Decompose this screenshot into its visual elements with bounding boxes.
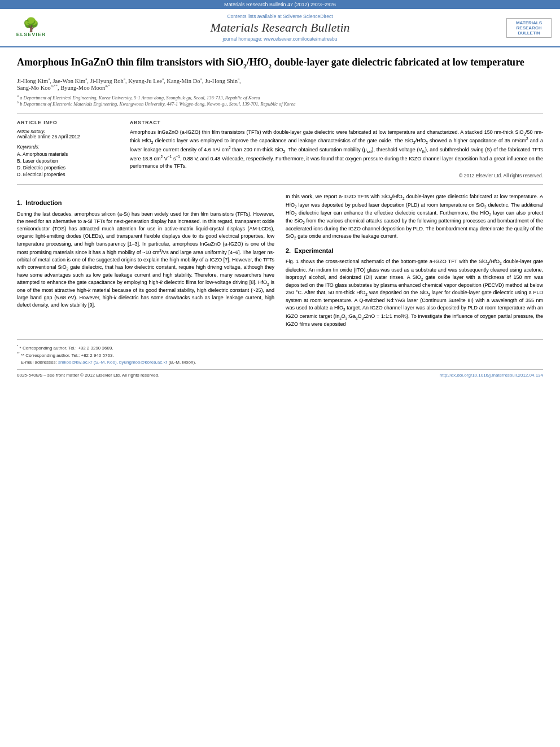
affiliations: a a Department of Electrical Engineering… — [17, 94, 543, 107]
experimental-para1: Fig. 1 shows the cross-sectional schemat… — [286, 258, 543, 327]
keyword-1: A. Amorphous materials — [17, 151, 119, 157]
body-content: 1. Introduction During the last decades,… — [17, 193, 543, 327]
body-col-left: 1. Introduction During the last decades,… — [17, 193, 274, 327]
intro-para1: During the last decades, amorphous silic… — [17, 211, 274, 309]
journal-homepage: journal homepage: www.elsevier.com/locat… — [62, 36, 498, 42]
keyword-4: D. Electrical properties — [17, 172, 119, 177]
journal-header: 🌳 ELSEVIER Contents lists available at S… — [0, 9, 560, 47]
footer-email: E-mail addresses: smkoo@kw.ac.kr (S.-M. … — [17, 360, 543, 365]
article-info-heading: ARTICLE INFO — [17, 120, 119, 125]
journal-center: Contents lists available at SciVerse Sci… — [62, 14, 498, 42]
divider-2 — [17, 184, 543, 185]
elsevier-label: ELSEVIER — [16, 32, 46, 37]
intro-para2: In this work, we report a-IGZO TFTs with… — [286, 193, 543, 241]
article-info-col: ARTICLE INFO Article history: Available … — [17, 120, 119, 179]
body-col-right: In this work, we report a-IGZO TFTs with… — [286, 193, 543, 327]
elsevier-tree-icon: 🌳 — [23, 18, 40, 32]
footer-note-2: ** ** Corresponding author. Tel.: +82 2 … — [17, 352, 543, 358]
article-info-abstract: ARTICLE INFO Article history: Available … — [17, 120, 543, 179]
journal-issue-text: Materials Research Bulletin 47 (2012) 29… — [224, 2, 336, 7]
keyword-3: D. Dielectric properties — [17, 165, 119, 171]
authors: Ji-Hong Kima, Jae-Won Kima, Ji-Hyung Roh… — [17, 77, 543, 91]
journal-topbar: Materials Research Bulletin 47 (2012) 29… — [0, 0, 560, 9]
abstract-col: ABSTRACT Amorphous InGaZnO (a-IGZO) thin… — [130, 120, 543, 179]
main-content: Amorphous InGaZnO thin film transistors … — [0, 47, 560, 386]
abstract-text: Amorphous InGaZnO (a-IGZO) thin film tra… — [130, 129, 543, 170]
logo-box-title: MATERIALSRESEARCHBULLETIN — [509, 20, 549, 36]
email-link-2[interactable]: byungmoo@korea.ac.kr — [119, 360, 167, 365]
intro-section-title: 1. Introduction — [17, 199, 274, 208]
sciverse-link-text[interactable]: SciVerse ScienceDirect — [283, 14, 333, 19]
journal-title: Materials Research Bulletin — [62, 20, 498, 35]
issn-text: 0025-5408/$ – see front matter © 2012 El… — [17, 373, 159, 378]
article-history: Article history: Available online 26 Apr… — [17, 129, 119, 139]
experimental-section-title: 2. Experimental — [286, 247, 543, 256]
article-title: Amorphous InGaZnO thin film transistors … — [17, 56, 543, 70]
sciverse-link: Contents lists available at SciVerse Sci… — [62, 14, 498, 19]
doi-link[interactable]: http://dx.doi.org/10.1016/j.materresbull… — [440, 373, 543, 378]
elsevier-logo: 🌳 ELSEVIER — [6, 18, 56, 37]
journal-logo-right: MATERIALSRESEARCHBULLETIN — [504, 18, 554, 38]
footer-note-1: * * Corresponding author. Tel.: +82 2 32… — [17, 344, 543, 351]
footer-bottom: 0025-5408/$ – see front matter © 2012 El… — [17, 369, 543, 378]
footer: * * Corresponding author. Tel.: +82 2 32… — [17, 339, 543, 378]
email-link-1[interactable]: smkoo@kw.ac.kr (S.-M. Koo), — [58, 360, 118, 365]
body-two-col: 1. Introduction During the last decades,… — [17, 193, 543, 327]
divider-1 — [17, 113, 543, 114]
copyright: © 2012 Elsevier Ltd. All rights reserved… — [130, 173, 543, 178]
keyword-2: B. Laser deposition — [17, 158, 119, 164]
abstract-heading: ABSTRACT — [130, 120, 543, 125]
keywords-section: Keywords: A. Amorphous materials B. Lase… — [17, 144, 119, 177]
journal-logo-box: MATERIALSRESEARCHBULLETIN — [506, 18, 552, 38]
